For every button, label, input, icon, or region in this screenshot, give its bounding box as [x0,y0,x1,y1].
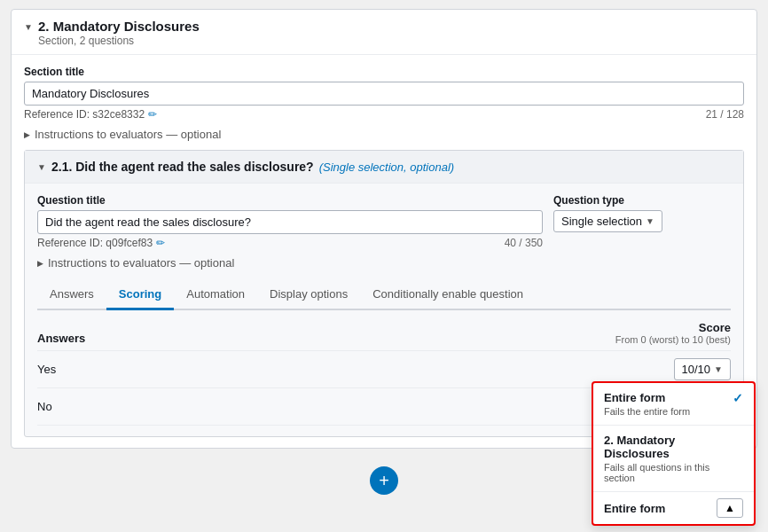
question-collapse-icon[interactable]: ▼ [37,162,46,171]
popup-footer-arrow-up-icon: ▲ [725,502,735,514]
popup-item-section-sub: Fails all questions in this section [604,462,743,483]
question-instructions-row[interactable]: ▶ Instructions to evaluators — optional [37,256,731,270]
tab-conditionally-enable[interactable]: Conditionally enable question [360,280,536,310]
section-title-input[interactable] [24,82,744,106]
scoring-header-row: Answers Score From 0 (worst) to 10 (best… [37,321,731,351]
section-ref-edit-icon[interactable]: ✏ [148,108,157,121]
page-wrapper: ▼ 2. Mandatory Disclosures Section, 2 qu… [0,0,768,532]
section-instructions-row[interactable]: ▶ Instructions to evaluators — optional [24,128,744,141]
popup-footer: Entire form ▲ [593,492,754,524]
question-type-label: Question type [553,194,731,207]
add-section-button[interactable]: + [370,466,398,495]
section-number: 2. [38,19,50,34]
popup-item-entire-form[interactable]: Entire form Fails the entire form ✓ [593,383,754,426]
question-header: ▼ 2.1. Did the agent read the sales disc… [25,151,743,184]
section-title-row: ▼ 2. Mandatory Disclosures [24,19,744,34]
scoring-score-range: From 0 (worst) to 10 (best) [615,334,731,345]
section-title-text: Mandatory Disclosures [53,19,200,34]
section-ref-id: Reference ID: s32ce8332 ✏ [24,108,157,121]
question-instructions-expand-icon: ▶ [37,259,43,268]
section-title-label: Section title [24,66,744,78]
question-ref-edit-icon[interactable]: ✏ [156,237,165,249]
question-title-col: Question title Reference ID: q09fcef83 ✏… [37,194,543,249]
section-ref-row: Reference ID: s32ce8332 ✏ 21 / 128 [24,108,744,121]
section-instructions-expand-icon: ▶ [24,130,30,139]
popup-item-entire-form-title: Entire form [604,391,690,404]
question-heading: 2.1. Did the agent read the sales disclo… [51,160,314,174]
tab-answers[interactable]: Answers [37,280,106,310]
question-fields-row: Question title Reference ID: q09fcef83 ✏… [37,194,731,249]
answer-yes-label: Yes [37,363,56,376]
section-subtitle: Section, 2 questions [38,35,744,47]
tab-display-options[interactable]: Display options [257,280,360,310]
question-title-label: Question title [37,194,543,207]
section-instructions-label: Instructions to evaluators — optional [35,128,221,141]
scoring-score-col-header: Score [615,321,731,334]
question-instructions-label: Instructions to evaluators — optional [48,256,234,270]
question-type-col: Question type Single selection ▼ [553,194,731,232]
question-type-dropdown[interactable]: Single selection ▼ [553,210,662,232]
section-char-count: 21 / 128 [706,108,744,121]
question-char-count: 40 / 350 [505,237,543,249]
section-heading: 2. Mandatory Disclosures [38,19,200,34]
question-type-dropdown-icon: ▼ [646,216,654,226]
question-title-row: ▼ 2.1. Did the agent read the sales disc… [37,160,731,174]
popup-item-entire-form-row: Entire form Fails the entire form ✓ [604,391,743,417]
tab-automation[interactable]: Automation [174,280,257,310]
question-title-input[interactable] [37,210,543,234]
question-type-hint: (Single selection, optional) [319,160,454,174]
tab-scoring[interactable]: Scoring [106,280,174,310]
section-collapse-icon[interactable]: ▼ [24,22,33,31]
question-ref-row: Reference ID: q09fcef83 ✏ 40 / 350 [37,237,543,249]
popup-footer-label: Entire form [604,502,665,515]
popup-footer-collapse-button[interactable]: ▲ [717,498,743,518]
answer-no-label: No [37,400,52,413]
popup-item-section[interactable]: 2. Mandatory Disclosures Fails all quest… [593,426,754,492]
question-ref-id: Reference ID: q09fcef83 ✏ [37,237,165,249]
fail-scope-popup: Entire form Fails the entire form ✓ 2. M… [592,381,756,526]
answer-yes-score-arrow: ▼ [714,364,723,374]
section-header: ▼ 2. Mandatory Disclosures Section, 2 qu… [12,10,756,55]
popup-item-section-title: 2. Mandatory Disclosures [604,434,743,460]
answer-yes-score-dropdown[interactable]: 10/10 ▼ [674,358,731,380]
scoring-answers-col-header: Answers [37,332,85,345]
tabs-row: Answers Scoring Automation Display optio… [37,280,731,310]
popup-item-entire-form-check: ✓ [733,391,743,405]
popup-item-entire-form-sub: Fails the entire form [604,406,690,417]
